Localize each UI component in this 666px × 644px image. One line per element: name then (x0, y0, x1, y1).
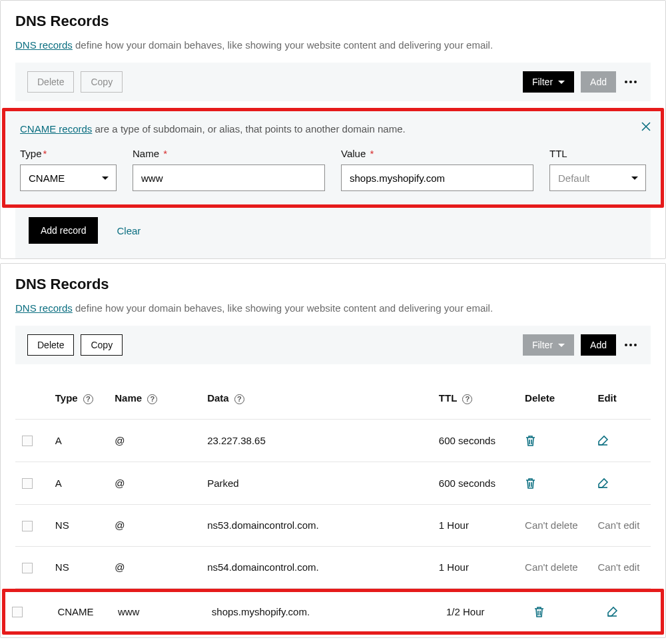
col-name: Name ? (108, 378, 200, 419)
more-icon[interactable] (623, 337, 639, 353)
edit-icon[interactable] (597, 434, 609, 446)
dns-records-link[interactable]: DNS records (15, 302, 73, 314)
cell-data: 23.227.38.65 (200, 419, 432, 462)
clear-link[interactable]: Clear (117, 225, 141, 236)
table-row: NS@ns54.domaincontrol.com.1 HourCan't de… (15, 546, 651, 588)
value-label: Value * (341, 148, 533, 159)
row-checkbox[interactable] (22, 436, 33, 446)
type-select[interactable]: CNAME (20, 164, 117, 191)
dns-records-link[interactable]: DNS records (15, 39, 73, 51)
highlighted-row: CNAME www shops.myshopify.com. 1/2 Hour (2, 589, 664, 635)
table-row: NS@ns53.domaincontrol.com.1 HourCan't de… (15, 504, 651, 546)
edit-icon[interactable] (597, 477, 609, 488)
cell-name: @ (108, 546, 200, 588)
help-icon[interactable]: ? (83, 394, 93, 404)
cname-records-link[interactable]: CNAME records (20, 123, 92, 135)
name-input[interactable] (133, 164, 325, 191)
table-row: A@23.227.38.65600 seconds (15, 419, 651, 462)
more-icon[interactable] (623, 74, 639, 90)
ttl-label: TTL (549, 148, 646, 159)
row-checkbox[interactable] (22, 478, 33, 489)
description: DNS records define how your domain behav… (15, 39, 651, 51)
cell-ttl: 600 seconds (432, 419, 518, 462)
row-checkbox[interactable] (12, 607, 23, 617)
cell-ttl: 1/2 Hour (440, 592, 527, 631)
col-edit: Edit (591, 378, 651, 419)
page-title: DNS Records (15, 276, 651, 293)
trash-icon[interactable] (533, 605, 545, 617)
cell-name: @ (108, 504, 200, 546)
svg-point-0 (625, 81, 627, 83)
col-type: Type ? (49, 378, 108, 419)
cell-name: @ (108, 462, 200, 504)
col-data: Data ? (200, 378, 432, 419)
cell-name: www (111, 592, 205, 631)
table-row: CNAME www shops.myshopify.com. 1/2 Hour (5, 592, 661, 631)
value-input[interactable] (341, 164, 533, 191)
ttl-select[interactable]: Default (549, 164, 646, 191)
col-ttl: TTL ? (432, 378, 518, 419)
svg-point-5 (634, 344, 637, 346)
cell-ttl: 1 Hour (432, 504, 518, 546)
description: DNS records define how your domain behav… (15, 302, 651, 314)
svg-point-4 (629, 344, 632, 346)
cell-type: NS (49, 504, 108, 546)
cell-type: CNAME (51, 592, 111, 631)
cell-data: Parked (200, 462, 432, 504)
trash-icon[interactable] (525, 477, 536, 488)
add-button[interactable]: Add (581, 71, 616, 93)
delete-button[interactable]: Delete (27, 334, 74, 356)
cell-data: shops.myshopify.com. (205, 592, 440, 631)
help-icon[interactable]: ? (234, 394, 244, 404)
cell-data: ns54.domaincontrol.com. (200, 546, 432, 588)
filter-button[interactable]: Filter (523, 334, 574, 356)
dns-records-panel-2: DNS Records DNS records define how your … (0, 263, 666, 638)
help-icon[interactable]: ? (147, 394, 157, 404)
table-row: A@Parked600 seconds (15, 462, 651, 504)
cell-type: A (49, 462, 108, 504)
cell-ttl: 1 Hour (432, 546, 518, 588)
delete-disabled: Can't delete (525, 561, 578, 573)
col-delete: Delete (518, 378, 591, 419)
edit-disabled: Can't edit (597, 561, 639, 573)
edit-disabled: Can't edit (597, 519, 639, 531)
add-button[interactable]: Add (581, 334, 616, 356)
row-checkbox[interactable] (22, 521, 33, 531)
svg-point-2 (634, 81, 637, 83)
delete-button[interactable]: Delete (27, 71, 74, 93)
help-icon[interactable]: ? (462, 394, 472, 404)
copy-button[interactable]: Copy (81, 334, 123, 356)
row-checkbox[interactable] (22, 563, 33, 573)
type-label: Type* (20, 148, 117, 159)
name-label: Name * (133, 148, 325, 159)
close-icon[interactable] (641, 121, 651, 132)
svg-point-1 (629, 81, 632, 83)
records-table: Type ? Name ? Data ? TTL ? Delete Edit A… (15, 378, 651, 589)
cell-type: A (49, 419, 108, 462)
cell-type: NS (49, 546, 108, 588)
trash-icon[interactable] (525, 434, 536, 446)
dns-records-panel-1: DNS Records DNS records define how your … (0, 0, 666, 259)
cell-name: @ (108, 419, 200, 462)
chevron-down-icon (558, 344, 565, 347)
page-title: DNS Records (15, 13, 651, 30)
delete-disabled: Can't delete (525, 519, 578, 531)
add-record-button[interactable]: Add record (29, 217, 98, 244)
chevron-down-icon (558, 81, 565, 84)
svg-point-3 (625, 344, 627, 346)
filter-button[interactable]: Filter (523, 71, 574, 93)
copy-button[interactable]: Copy (81, 71, 123, 93)
edit-icon[interactable] (607, 605, 618, 617)
form-action-row: Add record Clear (15, 208, 651, 258)
toolbar: Delete Copy Filter Add (15, 63, 651, 101)
info-text: CNAME records are a type of subdomain, o… (20, 123, 646, 135)
cell-ttl: 600 seconds (432, 462, 518, 504)
toolbar: Delete Copy Filter Add (15, 326, 651, 364)
cell-data: ns53.domaincontrol.com. (200, 504, 432, 546)
